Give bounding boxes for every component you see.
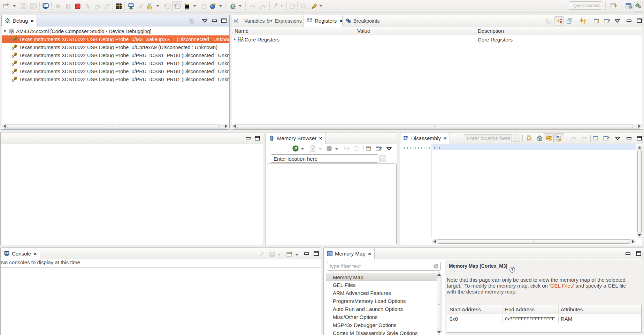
svg-text:x=: x= xyxy=(267,21,270,24)
svg-text:0101: 0101 xyxy=(238,40,244,43)
